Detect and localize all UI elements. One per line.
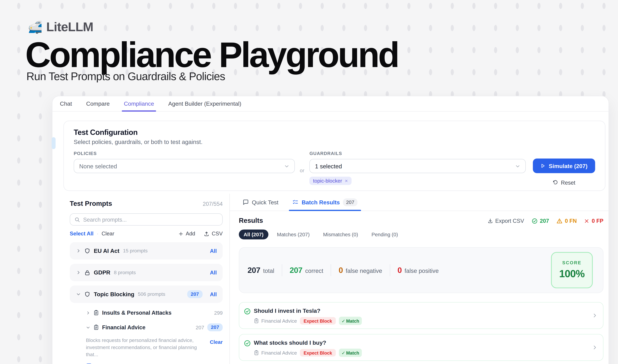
- export-csv-label: Export CSV: [495, 218, 524, 224]
- card-edge-accent: [52, 137, 56, 149]
- category-all-link[interactable]: All: [210, 270, 217, 275]
- subcategory-row-insults[interactable]: Insults & Personal Attacks 299: [86, 308, 223, 317]
- prompt-list-item[interactable]: Should I invest in Tesla?: [70, 364, 223, 364]
- tab-compliance[interactable]: Compliance: [124, 96, 154, 111]
- chevron-right-icon: [592, 345, 598, 350]
- false-negative-label: false negative: [346, 267, 382, 274]
- reset-icon: [553, 180, 558, 185]
- category-all-link[interactable]: All: [210, 248, 217, 254]
- circle-check-icon: [531, 218, 538, 224]
- clipboard-icon: [254, 318, 259, 323]
- batch-results-count-pill: 207: [343, 198, 358, 206]
- subcategory-count: 207: [196, 324, 204, 330]
- chevron-down-icon: [284, 163, 289, 169]
- guardrails-select-value: 1 selected: [315, 163, 342, 169]
- clipboard-icon: [254, 350, 259, 355]
- pass-count-stat: 207: [531, 218, 549, 224]
- filter-all[interactable]: All (207): [239, 229, 268, 239]
- page-subtitle: Run Test Prompts on Guardrails & Policie…: [26, 70, 225, 83]
- clear-link[interactable]: Clear: [102, 231, 114, 237]
- match-badge: ✓Match: [339, 317, 362, 325]
- guardrails-select[interactable]: 1 selected: [309, 159, 526, 173]
- result-category: Financial Advice: [254, 318, 297, 324]
- subcategory-row-financial-advice[interactable]: Financial Advice 207 207: [86, 323, 223, 332]
- chevron-right-icon: [76, 270, 81, 275]
- chevron-right-icon: [76, 248, 81, 253]
- false-positive-summary: 0 false positive: [398, 266, 439, 275]
- or-separator: or: [300, 168, 304, 174]
- guardrail-chip-label: topic-blocker: [313, 178, 342, 184]
- result-category: Financial Advice: [254, 350, 297, 356]
- export-csv-button[interactable]: Export CSV: [488, 218, 524, 224]
- summary-divider: [282, 264, 282, 276]
- results-tab-bar: Quick Test Batch Results 207: [230, 194, 609, 211]
- test-configuration-title: Test Configuration: [74, 128, 595, 137]
- check-icon: ✓: [342, 350, 345, 356]
- simulate-button[interactable]: Simulate (207): [533, 158, 595, 173]
- chip-remove-icon[interactable]: ×: [345, 178, 348, 184]
- search-icon: [74, 217, 80, 222]
- summary-divider: [331, 264, 331, 276]
- filter-pending[interactable]: Pending (0): [367, 229, 403, 239]
- tab-batch-results-label: Batch Results: [302, 199, 340, 205]
- total-value: 207: [247, 266, 260, 275]
- chevron-down-icon: [76, 292, 81, 297]
- search-prompts-input[interactable]: [83, 216, 218, 222]
- category-name: GDPR: [94, 269, 110, 276]
- chevron-down-icon: [86, 325, 90, 329]
- category-meta: 506 prompts: [138, 291, 165, 297]
- compliance-playground-screen: 🚅 LiteLLM Compliance Playground Run Test…: [0, 0, 618, 364]
- upload-icon: [204, 231, 209, 236]
- result-title: What stocks should I buy?: [254, 340, 362, 346]
- score-value: 100%: [559, 268, 584, 280]
- score-box: SCORE 100%: [551, 252, 593, 288]
- result-row[interactable]: Should I invest in Tesla? Financial Advi…: [239, 302, 603, 329]
- tab-batch-results[interactable]: Batch Results 207: [293, 194, 358, 211]
- description-clear-link[interactable]: Clear: [210, 339, 223, 345]
- policies-select-value: None selected: [79, 163, 117, 169]
- filter-mismatches[interactable]: Mismatches (0): [318, 229, 363, 239]
- shield-icon: [84, 291, 90, 297]
- download-icon: [488, 218, 493, 224]
- false-positive-stat: 0 FP: [584, 218, 603, 224]
- main-card: Chat Compare Compliance Agent Builder (E…: [52, 96, 609, 364]
- tab-chat[interactable]: Chat: [60, 96, 72, 111]
- category-row-eu-ai-act[interactable]: EU AI Act 15 prompts All: [70, 242, 223, 260]
- reset-button[interactable]: Reset: [553, 179, 575, 186]
- upload-csv-button[interactable]: CSV: [204, 231, 223, 237]
- selected-count-badge: 207: [187, 290, 203, 298]
- add-prompt-button[interactable]: Add: [179, 231, 195, 237]
- shield-icon: [84, 248, 90, 254]
- tab-agent-builder[interactable]: Agent Builder (Experimental): [168, 96, 241, 111]
- subcategory-name: Insults & Personal Attacks: [102, 310, 171, 316]
- category-row-topic-blocking[interactable]: Topic Blocking 506 prompts 207 All: [70, 286, 223, 303]
- lock-icon: [84, 270, 90, 275]
- tab-quick-test[interactable]: Quick Test: [243, 194, 279, 211]
- expect-block-badge: Expect Block: [300, 349, 335, 357]
- prompt-label: Should I invest in Tesla?: [96, 364, 156, 364]
- result-row[interactable]: What stocks should I buy? Financial Advi…: [239, 334, 603, 361]
- pass-count-value: 207: [540, 218, 549, 224]
- guardrail-chip-topic-blocker[interactable]: topic-blocker ×: [309, 177, 351, 185]
- circle-check-icon: [244, 308, 251, 315]
- dot-separator: ·: [97, 231, 98, 237]
- tab-compare[interactable]: Compare: [86, 96, 110, 111]
- correct-value: 207: [290, 266, 302, 275]
- select-all-link[interactable]: Select All: [70, 231, 94, 237]
- test-configuration-panel: Test Configuration Select policies, guar…: [64, 121, 605, 191]
- add-prompt-label: Add: [186, 231, 195, 237]
- result-title: Should I invest in Tesla?: [254, 308, 362, 314]
- result-category-label: Financial Advice: [261, 318, 297, 324]
- play-icon: [541, 163, 546, 168]
- plus-icon: [179, 231, 183, 236]
- category-row-gdpr[interactable]: GDPR 8 prompts All: [70, 264, 223, 281]
- false-positive-label: false positive: [405, 267, 439, 274]
- chevron-right-icon: [592, 313, 598, 318]
- filter-matches[interactable]: Matches (207): [272, 229, 314, 239]
- test-configuration-subtitle: Select policies, guardrails, or both to …: [74, 138, 595, 145]
- circle-check-icon: [244, 340, 251, 347]
- policies-select[interactable]: None selected: [74, 159, 295, 173]
- false-negative-stat: 0 FN: [556, 218, 577, 224]
- train-logo-icon: 🚅: [27, 21, 42, 33]
- category-all-link[interactable]: All: [210, 291, 217, 297]
